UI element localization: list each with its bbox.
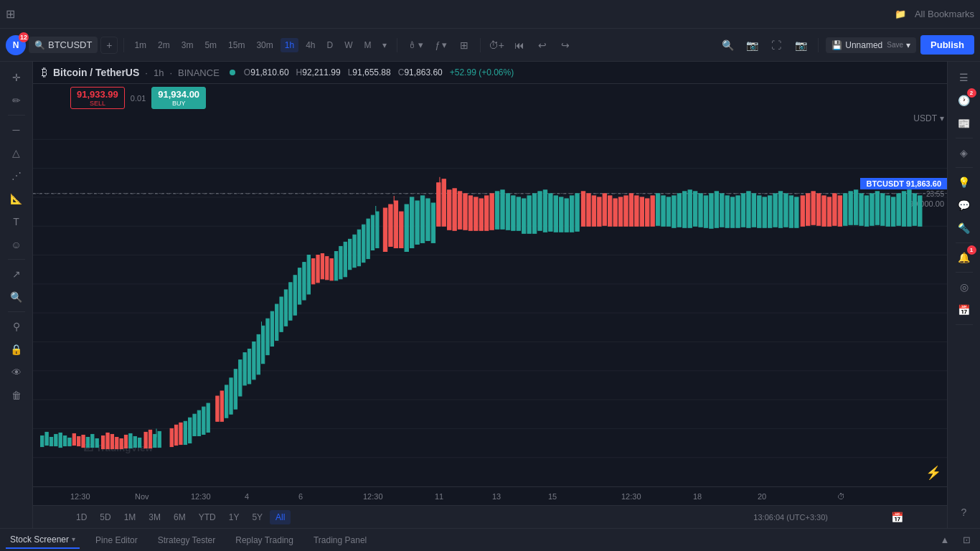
range-1m[interactable]: 1M — [118, 510, 142, 524]
unnamed-icon: 💾 — [831, 40, 842, 50]
tab-pine-editor[interactable]: Pine Editor — [91, 532, 142, 548]
tf-w[interactable]: W — [340, 38, 357, 52]
svg-rect-112 — [527, 196, 531, 233]
svg-rect-115 — [543, 190, 547, 232]
range-3m[interactable]: 3M — [143, 510, 166, 524]
eye-tool[interactable]: 👁 — [6, 362, 27, 382]
text-tool[interactable]: T — [6, 212, 27, 232]
add-symbol-button[interactable]: + — [100, 37, 118, 54]
tf-1m[interactable]: 1m — [130, 38, 151, 52]
comments-button[interactable]: 💬 — [954, 195, 974, 215]
svg-rect-164 — [806, 194, 810, 225]
screenshot-button[interactable]: 🔍 — [717, 35, 738, 55]
calendar-button[interactable]: 📅 — [954, 300, 974, 320]
arrow-tool[interactable]: ↗ — [6, 264, 27, 284]
help-button[interactable]: ? — [954, 502, 974, 522]
zoom-tool[interactable]: 🔍 — [6, 287, 27, 307]
fullscreen-button[interactable]: ⛶ — [766, 35, 786, 55]
pencil-tool[interactable]: ✏ — [6, 90, 27, 110]
open-value: 91,810.60 — [250, 67, 288, 77]
sell-box[interactable]: 91,933.99 SELL — [70, 87, 125, 109]
tf-3m[interactable]: 3m — [177, 38, 198, 52]
tf-d[interactable]: D — [322, 38, 337, 52]
svg-rect-64 — [284, 290, 287, 326]
indicators-icon: ƒ — [435, 39, 440, 50]
magnet-tool[interactable]: ⚲ — [6, 316, 27, 336]
chart-canvas[interactable]: 🗠 TradingView ⚡ USDT ▾ BTCUSDT 91,863.60… — [33, 110, 947, 486]
range-ytd[interactable]: YTD — [193, 510, 222, 524]
tf-30m[interactable]: 30m — [252, 38, 277, 52]
tf-4h[interactable]: 4h — [301, 38, 319, 52]
tf-1h[interactable]: 1h — [281, 38, 298, 52]
fib-tool[interactable]: ⋰ — [6, 166, 27, 186]
unnamed-button[interactable]: 💾 Unnamed Save ▾ — [826, 37, 916, 53]
redo-button[interactable]: ↪ — [555, 35, 575, 55]
snapshot-button[interactable]: 📷 — [742, 35, 762, 55]
emoji-tool[interactable]: ☺ — [6, 235, 27, 255]
svg-rect-83 — [371, 215, 374, 250]
symbol-search[interactable]: 🔍 BTCUSDT — [29, 37, 98, 53]
tab-strategy-tester[interactable]: Strategy Tester — [154, 532, 220, 548]
tab-trading-panel[interactable]: Trading Panel — [309, 532, 371, 548]
ideas-button[interactable]: 💡 — [954, 172, 974, 192]
clock-icon[interactable]: ⏱ — [837, 492, 845, 501]
range-5d[interactable]: 5D — [94, 510, 116, 524]
tf-2m[interactable]: 2m — [154, 38, 174, 52]
tf-m[interactable]: M — [359, 38, 375, 52]
horizontal-line-tool[interactable]: ─ — [6, 120, 27, 140]
svg-rect-66 — [293, 276, 296, 315]
grid-icon[interactable]: ⊞ — [6, 7, 15, 21]
alerts-button[interactable]: 🔔 1 — [954, 248, 974, 268]
range-5y[interactable]: 5Y — [246, 510, 268, 524]
svg-rect-85 — [383, 208, 387, 251]
measure-tool[interactable]: 📐 — [6, 189, 27, 209]
expand-button[interactable]: ⊡ — [958, 532, 974, 548]
time-15: 15 — [548, 492, 557, 501]
layout-button[interactable]: ⊞ — [454, 35, 474, 55]
range-1y[interactable]: 1Y — [223, 510, 245, 524]
buy-box[interactable]: 91,934.00 BUY — [151, 87, 206, 109]
bar-replay-button[interactable]: ⏮ — [509, 35, 529, 55]
news-button[interactable]: 📰 — [954, 113, 974, 133]
shapes-tool[interactable]: △ — [6, 143, 27, 163]
layers-icon: ◈ — [960, 147, 968, 159]
bookmarks-icon: 📁 — [895, 9, 906, 19]
range-1d[interactable]: 1D — [70, 510, 93, 524]
candlestick-chart[interactable] — [33, 110, 947, 486]
bookmarks-label[interactable]: All Bookmarks — [915, 9, 974, 19]
watchlist-button[interactable]: ☰ — [954, 67, 974, 88]
add-alert-button[interactable]: ⏱+ — [486, 35, 507, 55]
crosshair-tool[interactable]: ✛ — [6, 67, 27, 88]
ohlc-data: O91,810.60 H92,211.99 L91,655.88 C91,863… — [244, 67, 514, 77]
collapse-button[interactable]: ▲ — [937, 532, 953, 548]
publish-button[interactable]: Publish — [920, 35, 974, 55]
tf-15m[interactable]: 15m — [224, 38, 249, 52]
lock-tool[interactable]: 🔒 — [6, 339, 27, 359]
chart-type-button[interactable]: 🕯 ▾ — [403, 37, 428, 52]
tab-stock-screener[interactable]: Stock Screener ▾ — [6, 532, 80, 549]
user-avatar[interactable]: N 12 — [6, 35, 26, 55]
tf-more[interactable]: ▾ — [378, 38, 391, 52]
tf-5m[interactable]: 5m — [200, 38, 221, 52]
pine-scripts-button[interactable]: 🔦 — [954, 218, 974, 238]
camera-button[interactable]: 📷 — [791, 35, 811, 55]
lt-sep-3 — [8, 311, 25, 312]
svg-rect-61 — [270, 311, 273, 346]
svg-rect-143 — [693, 192, 697, 226]
time-13: 13 — [492, 492, 501, 501]
tab-replay-trading[interactable]: Replay Trading — [231, 532, 298, 548]
svg-rect-27 — [102, 435, 105, 448]
indicators-button[interactable]: ƒ ▾ — [430, 37, 451, 52]
unnamed-label: Unnamed — [845, 40, 882, 50]
date-range-icon[interactable]: 📅 — [887, 507, 907, 527]
trash-tool[interactable]: 🗑 — [6, 385, 27, 405]
unnamed-arrow: ▾ — [906, 40, 910, 50]
price-inputs: 91,933.99 SELL 0.01 91,934.00 BUY — [33, 84, 947, 110]
svg-rect-36 — [144, 432, 147, 448]
target-button[interactable]: ◎ — [954, 277, 974, 297]
layers-button[interactable]: ◈ — [954, 143, 974, 163]
undo-button[interactable]: ↩ — [532, 35, 552, 55]
range-all[interactable]: All — [270, 510, 291, 524]
alerts-history-button[interactable]: 🕐 2 — [954, 90, 974, 110]
range-6m[interactable]: 6M — [168, 510, 192, 524]
